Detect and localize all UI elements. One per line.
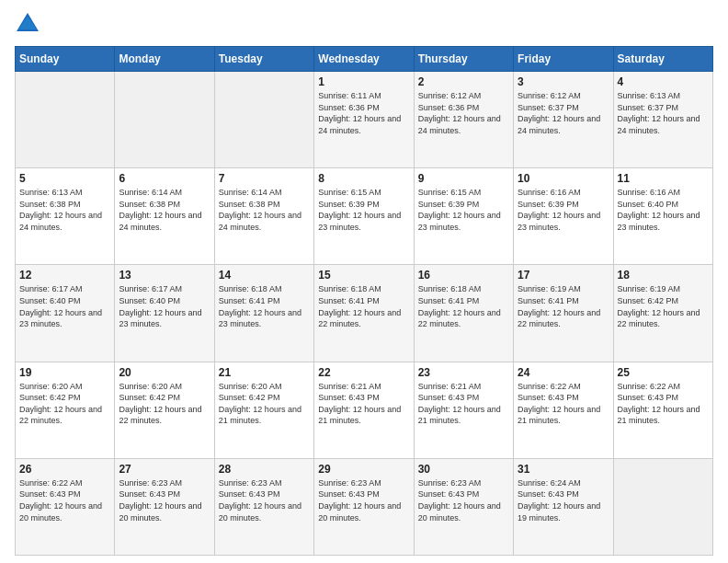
day-info: Sunrise: 6:14 AMSunset: 6:38 PMDaylight:… xyxy=(119,188,201,232)
calendar-day-cell: 9 Sunrise: 6:15 AMSunset: 6:39 PMDayligh… xyxy=(414,168,513,265)
calendar-day-cell: 5 Sunrise: 6:13 AMSunset: 6:38 PMDayligh… xyxy=(16,168,115,265)
day-info: Sunrise: 6:17 AMSunset: 6:40 PMDaylight:… xyxy=(119,284,201,328)
day-number: 14 xyxy=(219,269,310,282)
day-of-week-header: Saturday xyxy=(613,47,712,72)
calendar-week-row: 26 Sunrise: 6:22 AMSunset: 6:43 PMDaylig… xyxy=(16,458,713,555)
logo xyxy=(15,11,44,37)
calendar-day-cell: 30 Sunrise: 6:23 AMSunset: 6:43 PMDaylig… xyxy=(414,458,513,555)
calendar-day-cell xyxy=(16,72,115,168)
day-number: 16 xyxy=(418,269,509,282)
calendar-day-cell xyxy=(115,72,214,168)
calendar-day-cell: 17 Sunrise: 6:19 AMSunset: 6:41 PMDaylig… xyxy=(514,265,613,362)
calendar-day-cell: 29 Sunrise: 6:23 AMSunset: 6:43 PMDaylig… xyxy=(314,458,414,555)
day-info: Sunrise: 6:15 AMSunset: 6:39 PMDaylight:… xyxy=(318,188,401,232)
day-info: Sunrise: 6:12 AMSunset: 6:37 PMDaylight:… xyxy=(518,91,600,135)
day-info: Sunrise: 6:21 AMSunset: 6:43 PMDaylight:… xyxy=(318,382,401,426)
day-info: Sunrise: 6:17 AMSunset: 6:40 PMDaylight:… xyxy=(19,284,102,328)
calendar-week-row: 5 Sunrise: 6:13 AMSunset: 6:38 PMDayligh… xyxy=(16,168,713,265)
day-of-week-header: Sunday xyxy=(16,47,115,72)
calendar-day-cell: 18 Sunrise: 6:19 AMSunset: 6:42 PMDaylig… xyxy=(613,265,712,362)
day-number: 29 xyxy=(318,463,409,476)
calendar-week-row: 12 Sunrise: 6:17 AMSunset: 6:40 PMDaylig… xyxy=(16,265,713,362)
day-info: Sunrise: 6:11 AMSunset: 6:36 PMDaylight:… xyxy=(318,91,401,135)
calendar-day-cell: 25 Sunrise: 6:22 AMSunset: 6:43 PMDaylig… xyxy=(613,362,712,458)
calendar-week-row: 1 Sunrise: 6:11 AMSunset: 6:36 PMDayligh… xyxy=(16,72,713,168)
day-info: Sunrise: 6:24 AMSunset: 6:43 PMDaylight:… xyxy=(518,478,600,523)
day-number: 9 xyxy=(418,172,509,185)
calendar-week-row: 19 Sunrise: 6:20 AMSunset: 6:42 PMDaylig… xyxy=(16,362,713,458)
day-info: Sunrise: 6:13 AMSunset: 6:37 PMDaylight:… xyxy=(618,91,700,135)
day-number: 6 xyxy=(119,172,210,185)
day-number: 3 xyxy=(518,75,609,88)
day-info: Sunrise: 6:23 AMSunset: 6:43 PMDaylight:… xyxy=(119,478,201,523)
calendar-table: SundayMondayTuesdayWednesdayThursdayFrid… xyxy=(15,46,713,556)
day-number: 18 xyxy=(618,269,709,282)
day-info: Sunrise: 6:12 AMSunset: 6:36 PMDaylight:… xyxy=(418,91,501,135)
day-number: 12 xyxy=(19,269,110,282)
day-info: Sunrise: 6:20 AMSunset: 6:42 PMDaylight:… xyxy=(19,382,102,426)
calendar-header-row: SundayMondayTuesdayWednesdayThursdayFrid… xyxy=(16,47,713,72)
day-number: 27 xyxy=(119,463,210,476)
calendar-day-cell: 7 Sunrise: 6:14 AMSunset: 6:38 PMDayligh… xyxy=(214,168,313,265)
day-info: Sunrise: 6:19 AMSunset: 6:42 PMDaylight:… xyxy=(618,284,700,328)
day-number: 20 xyxy=(119,366,210,379)
day-number: 8 xyxy=(318,172,409,185)
day-info: Sunrise: 6:20 AMSunset: 6:42 PMDaylight:… xyxy=(219,382,301,426)
day-info: Sunrise: 6:13 AMSunset: 6:38 PMDaylight:… xyxy=(19,188,102,232)
calendar-day-cell: 27 Sunrise: 6:23 AMSunset: 6:43 PMDaylig… xyxy=(115,458,214,555)
day-info: Sunrise: 6:18 AMSunset: 6:41 PMDaylight:… xyxy=(219,284,301,328)
calendar-day-cell: 11 Sunrise: 6:16 AMSunset: 6:40 PMDaylig… xyxy=(613,168,712,265)
calendar-day-cell: 15 Sunrise: 6:18 AMSunset: 6:41 PMDaylig… xyxy=(314,265,414,362)
calendar-day-cell: 6 Sunrise: 6:14 AMSunset: 6:38 PMDayligh… xyxy=(115,168,214,265)
day-number: 30 xyxy=(418,463,509,476)
day-number: 15 xyxy=(318,269,409,282)
day-number: 11 xyxy=(618,172,709,185)
day-of-week-header: Monday xyxy=(115,47,214,72)
day-number: 2 xyxy=(418,75,509,88)
calendar-day-cell: 13 Sunrise: 6:17 AMSunset: 6:40 PMDaylig… xyxy=(115,265,214,362)
calendar-day-cell: 2 Sunrise: 6:12 AMSunset: 6:36 PMDayligh… xyxy=(414,72,513,168)
calendar-day-cell: 14 Sunrise: 6:18 AMSunset: 6:41 PMDaylig… xyxy=(214,265,313,362)
calendar-day-cell: 1 Sunrise: 6:11 AMSunset: 6:36 PMDayligh… xyxy=(314,72,414,168)
day-info: Sunrise: 6:20 AMSunset: 6:42 PMDaylight:… xyxy=(119,382,201,426)
svg-marker-1 xyxy=(18,17,37,29)
calendar-day-cell: 3 Sunrise: 6:12 AMSunset: 6:37 PMDayligh… xyxy=(514,72,613,168)
day-number: 26 xyxy=(19,463,110,476)
calendar-day-cell: 22 Sunrise: 6:21 AMSunset: 6:43 PMDaylig… xyxy=(314,362,414,458)
calendar-day-cell xyxy=(214,72,313,168)
day-info: Sunrise: 6:18 AMSunset: 6:41 PMDaylight:… xyxy=(418,284,501,328)
calendar-day-cell: 28 Sunrise: 6:23 AMSunset: 6:43 PMDaylig… xyxy=(214,458,313,555)
day-number: 31 xyxy=(518,463,609,476)
calendar-day-cell: 4 Sunrise: 6:13 AMSunset: 6:37 PMDayligh… xyxy=(613,72,712,168)
day-number: 25 xyxy=(618,366,709,379)
calendar-day-cell: 21 Sunrise: 6:20 AMSunset: 6:42 PMDaylig… xyxy=(214,362,313,458)
day-info: Sunrise: 6:16 AMSunset: 6:40 PMDaylight:… xyxy=(618,188,700,232)
day-of-week-header: Tuesday xyxy=(214,47,313,72)
calendar-day-cell xyxy=(613,458,712,555)
day-info: Sunrise: 6:22 AMSunset: 6:43 PMDaylight:… xyxy=(618,382,700,426)
day-number: 1 xyxy=(318,75,409,88)
calendar-day-cell: 20 Sunrise: 6:20 AMSunset: 6:42 PMDaylig… xyxy=(115,362,214,458)
day-info: Sunrise: 6:22 AMSunset: 6:43 PMDaylight:… xyxy=(518,382,600,426)
day-number: 5 xyxy=(19,172,110,185)
calendar-day-cell: 16 Sunrise: 6:18 AMSunset: 6:41 PMDaylig… xyxy=(414,265,513,362)
day-number: 17 xyxy=(518,269,609,282)
page-container: SundayMondayTuesdayWednesdayThursdayFrid… xyxy=(0,0,728,563)
day-info: Sunrise: 6:14 AMSunset: 6:38 PMDaylight:… xyxy=(219,188,301,232)
calendar-day-cell: 10 Sunrise: 6:16 AMSunset: 6:39 PMDaylig… xyxy=(514,168,613,265)
day-info: Sunrise: 6:22 AMSunset: 6:43 PMDaylight:… xyxy=(19,478,102,523)
day-number: 24 xyxy=(518,366,609,379)
day-info: Sunrise: 6:23 AMSunset: 6:43 PMDaylight:… xyxy=(318,478,401,523)
logo-icon xyxy=(15,11,40,37)
day-number: 22 xyxy=(318,366,409,379)
day-of-week-header: Thursday xyxy=(414,47,513,72)
calendar-day-cell: 19 Sunrise: 6:20 AMSunset: 6:42 PMDaylig… xyxy=(16,362,115,458)
calendar-day-cell: 23 Sunrise: 6:21 AMSunset: 6:43 PMDaylig… xyxy=(414,362,513,458)
day-of-week-header: Friday xyxy=(514,47,613,72)
calendar-day-cell: 31 Sunrise: 6:24 AMSunset: 6:43 PMDaylig… xyxy=(514,458,613,555)
day-info: Sunrise: 6:15 AMSunset: 6:39 PMDaylight:… xyxy=(418,188,501,232)
day-info: Sunrise: 6:23 AMSunset: 6:43 PMDaylight:… xyxy=(418,478,501,523)
day-number: 13 xyxy=(119,269,210,282)
day-info: Sunrise: 6:23 AMSunset: 6:43 PMDaylight:… xyxy=(219,478,301,523)
page-header xyxy=(15,11,713,37)
